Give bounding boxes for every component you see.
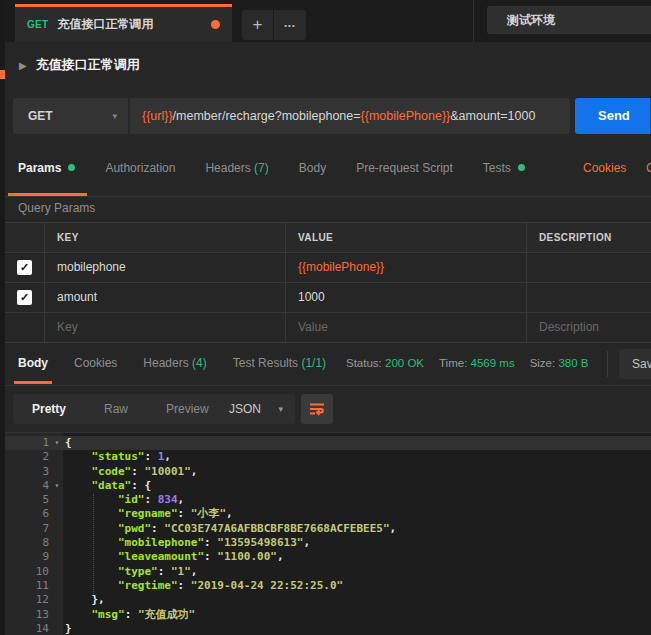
collapse-triangle-icon[interactable]: ▶ — [19, 60, 27, 71]
line-number: 4 — [5, 479, 49, 493]
code-line: 9 "leaveamount": "1100.00", — [5, 550, 651, 564]
code-line: 2 "status": 1, — [5, 450, 651, 464]
response-view-row: PrettyRawPreview JSON ▾ — [5, 386, 651, 432]
line-number: 12 — [5, 593, 49, 607]
param-row-checkbox-cell — [5, 313, 45, 343]
line-number: 13 — [5, 608, 49, 622]
chevron-down-icon: ▾ — [278, 394, 283, 424]
token-p: : — [131, 465, 144, 478]
view-tab-pretty[interactable]: Pretty — [13, 394, 85, 424]
param-value-cell[interactable]: {{mobilePhone}} — [286, 253, 527, 283]
token-s: "1" — [171, 565, 191, 578]
token-p: : — [178, 507, 191, 520]
code-text: { — [65, 436, 651, 450]
checkbox-checked[interactable]: ✓ — [17, 260, 32, 275]
tab-authorization[interactable]: Authorization — [105, 161, 175, 175]
tab-body[interactable]: Body — [299, 161, 326, 175]
code-text: } — [65, 622, 651, 635]
tab-count: (1/1) — [298, 356, 326, 370]
param-row-checkbox-cell: ✓ — [5, 253, 45, 283]
token-p — [65, 465, 92, 478]
param-description-cell[interactable] — [527, 283, 651, 313]
token-p: , — [226, 507, 233, 520]
send-button[interactable]: Send — [575, 98, 651, 134]
code-text: "type": "1", — [65, 565, 651, 579]
column-header-checkbox — [5, 223, 45, 253]
cookies-link[interactable]: Cookies — [583, 161, 626, 175]
tab-label: Headers — [143, 356, 188, 370]
request-tab[interactable]: GET 充值接口正常调用 — [15, 4, 232, 42]
response-tab-cookies[interactable]: Cookies — [74, 356, 117, 370]
response-time: Time: 4569 ms — [439, 357, 515, 369]
method-dropdown[interactable]: GET ▾ — [13, 98, 128, 134]
token-s: "2019-04-24 22:52:25.0" — [191, 579, 343, 592]
param-key-input[interactable]: Key — [45, 313, 286, 343]
token-p — [65, 608, 92, 621]
token-n: 834 — [158, 493, 178, 506]
fold-spacer — [49, 608, 65, 622]
param-description-input[interactable]: Description — [527, 313, 651, 343]
tab-count: (4) — [189, 356, 207, 370]
response-tab-headers[interactable]: Headers (4) — [143, 356, 206, 370]
line-number: 8 — [5, 536, 49, 550]
token-p: : — [144, 450, 157, 463]
view-tab-raw[interactable]: Raw — [85, 394, 147, 424]
request-title: 充值接口正常调用 — [36, 56, 140, 74]
code-line: 10 "type": "1", — [5, 565, 651, 579]
code-line: 13 "msg": "充值成功" — [5, 608, 651, 622]
query-params-heading: Query Params — [18, 201, 95, 215]
tab-label: Cookies — [74, 356, 117, 370]
token-p: : — [151, 522, 164, 535]
meta-value: 200 OK — [385, 357, 424, 369]
token-s: "1100.00" — [217, 550, 277, 563]
new-tab-button[interactable]: + — [242, 10, 274, 40]
code-line: 4▾ "data": { — [5, 479, 651, 493]
token-p — [65, 450, 92, 463]
response-body-viewer[interactable]: 1▾{2 "status": 1,3 "code": "10001",4▾ "d… — [5, 432, 651, 635]
token-k: "regname" — [118, 507, 178, 520]
url-input[interactable]: {{url}}/member/recharge?mobilephone={{mo… — [129, 98, 570, 134]
checkbox-checked[interactable]: ✓ — [17, 290, 32, 305]
line-number: 10 — [5, 565, 49, 579]
url-variable: {{mobilePhone}} — [361, 109, 451, 123]
environment-selector[interactable]: 测试环境 — [487, 6, 651, 34]
param-key-cell[interactable]: amount — [45, 283, 286, 313]
request-tabs-row: ParamsAuthorizationHeaders (7)BodyPre-re… — [5, 144, 651, 197]
line-number: 5 — [5, 493, 49, 507]
param-key-cell[interactable]: mobilephone — [45, 253, 286, 283]
tab-count: (7) — [251, 161, 269, 175]
tab-pre-request-script[interactable]: Pre-request Script — [356, 161, 453, 175]
response-tab-body[interactable]: Body — [18, 356, 48, 370]
url-text: &amount=1000 — [450, 109, 535, 123]
green-status-dot — [518, 164, 525, 171]
tab-params[interactable]: Params — [18, 161, 75, 175]
response-tab-test-results[interactable]: Test Results (1/1) — [233, 356, 326, 370]
save-response-button[interactable]: Save — [619, 349, 651, 379]
fold-caret-icon[interactable]: ▾ — [49, 479, 65, 493]
query-params-table: KEYVALUEDESCRIPTION✓mobilephone{{mobileP… — [5, 222, 651, 343]
token-s: "13595498613" — [217, 536, 303, 549]
code-text: "regtime": "2019-04-24 22:52:25.0" — [65, 579, 651, 593]
fold-caret-icon[interactable]: ▾ — [49, 436, 65, 450]
line-number: 3 — [5, 465, 49, 479]
more-tabs-button[interactable]: ••• — [274, 10, 306, 40]
column-header-value: VALUE — [286, 223, 527, 253]
fold-spacer — [49, 522, 65, 536]
token-p: , — [191, 465, 198, 478]
format-dropdown[interactable]: JSON ▾ — [215, 394, 295, 424]
wrap-text-button[interactable] — [301, 394, 333, 424]
tab-tests[interactable]: Tests — [483, 161, 525, 175]
param-description-cell[interactable] — [527, 253, 651, 283]
token-k: "id" — [118, 493, 145, 506]
tab-label: Test Results — [233, 356, 298, 370]
token-p — [65, 522, 118, 535]
code-link[interactable]: Code — [646, 161, 651, 175]
token-p: : — [204, 536, 217, 549]
tab-headers[interactable]: Headers (7) — [205, 161, 268, 175]
param-value-cell[interactable]: 1000 — [286, 283, 527, 313]
tab-bar: GET 充值接口正常调用 + ••• 测试环境 — [5, 0, 651, 42]
token-k: "leaveamount" — [118, 550, 204, 563]
token-p: } — [65, 622, 72, 635]
tab-actions: + ••• — [242, 10, 306, 40]
param-value-input[interactable]: Value — [286, 313, 527, 343]
